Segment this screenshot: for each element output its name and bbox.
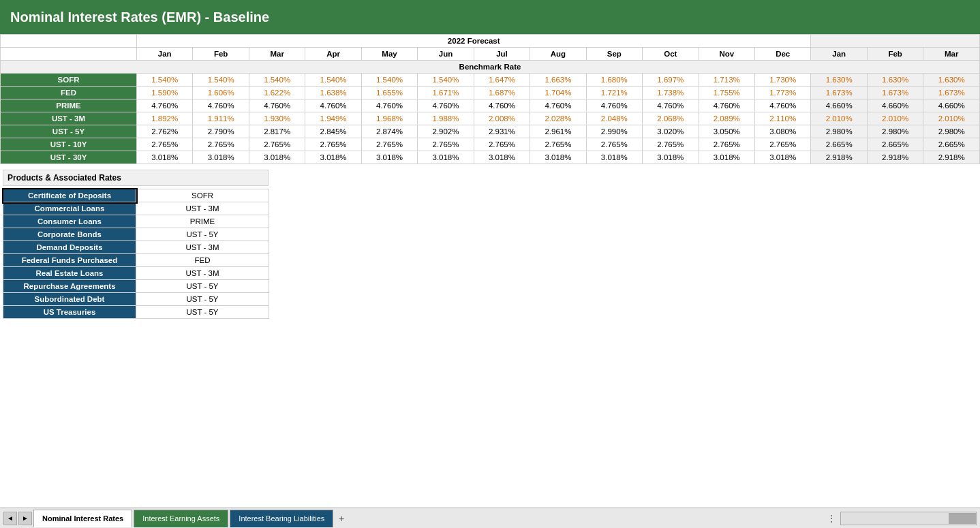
product-rate-2[interactable]: PRIME (136, 215, 269, 228)
rate-value-ust-30y-0[interactable]: 3.018% (137, 151, 193, 164)
rate-value-2023-fed-1[interactable]: 1.673% (867, 87, 923, 99)
rate-value-ust-10y-5[interactable]: 2.765% (418, 138, 474, 151)
rate-value-prime-7[interactable]: 4.760% (530, 99, 586, 112)
rate-value-ust-10y-1[interactable]: 2.765% (193, 138, 249, 151)
rate-value-sofr-4[interactable]: 1.540% (361, 74, 417, 87)
tab-add[interactable]: + (335, 512, 348, 525)
rate-value-fed-1[interactable]: 1.606% (193, 87, 249, 99)
rate-value-ust-30y-7[interactable]: 3.018% (530, 151, 586, 164)
product-rate-6[interactable]: UST - 3M (136, 267, 269, 280)
rate-value-2023-ust-5y-2[interactable]: 2.980% (923, 125, 980, 138)
product-rate-0[interactable]: SOFR (136, 189, 269, 202)
rate-value-fed-4[interactable]: 1.655% (361, 87, 417, 99)
rate-value-ust-10y-8[interactable]: 2.765% (586, 138, 642, 151)
tab-interest-bearing-liabilities[interactable]: Interest Bearing Liabilities (230, 510, 333, 527)
rate-value-ust-3m-9[interactable]: 2.068% (643, 112, 699, 125)
rate-value-prime-6[interactable]: 4.760% (474, 99, 530, 112)
rate-value-sofr-7[interactable]: 1.663% (530, 74, 586, 87)
rate-value-prime-11[interactable]: 4.760% (754, 99, 810, 112)
rate-value-2023-ust-3m-0[interactable]: 2.010% (811, 112, 867, 125)
rate-value-ust-30y-6[interactable]: 3.018% (474, 151, 530, 164)
rate-value-2023-ust-30y-1[interactable]: 2.918% (867, 151, 923, 164)
rate-value-ust-3m-11[interactable]: 2.110% (754, 112, 810, 125)
rate-value-ust-3m-10[interactable]: 2.089% (699, 112, 754, 125)
rate-value-ust-3m-7[interactable]: 2.028% (530, 112, 586, 125)
rate-value-fed-9[interactable]: 1.738% (643, 87, 699, 99)
rate-value-sofr-0[interactable]: 1.540% (137, 74, 193, 87)
product-label-6[interactable]: Real Estate Loans (3, 267, 136, 280)
rate-value-ust-30y-9[interactable]: 3.018% (643, 151, 699, 164)
rate-value-fed-6[interactable]: 1.687% (474, 87, 530, 99)
rate-value-fed-10[interactable]: 1.755% (699, 87, 754, 99)
rate-value-ust-10y-7[interactable]: 2.765% (530, 138, 586, 151)
rate-value-2023-ust-30y-0[interactable]: 2.918% (811, 151, 867, 164)
product-label-2[interactable]: Consumer Loans (3, 215, 136, 228)
rate-value-ust-10y-2[interactable]: 2.765% (249, 138, 305, 151)
rate-value-2023-fed-2[interactable]: 1.673% (923, 87, 980, 99)
rate-value-ust-5y-5[interactable]: 2.902% (418, 125, 474, 138)
product-label-1[interactable]: Commercial Loans (3, 202, 136, 215)
rate-value-ust-3m-0[interactable]: 1.892% (137, 112, 193, 125)
rate-value-ust-3m-4[interactable]: 1.968% (361, 112, 417, 125)
rate-value-ust-5y-4[interactable]: 2.874% (361, 125, 417, 138)
product-label-7[interactable]: Repurchase Agreements (3, 280, 136, 293)
rate-value-ust-30y-8[interactable]: 3.018% (586, 151, 642, 164)
rate-value-ust-30y-4[interactable]: 3.018% (361, 151, 417, 164)
rate-value-ust-5y-7[interactable]: 2.961% (530, 125, 586, 138)
rate-value-fed-5[interactable]: 1.671% (418, 87, 474, 99)
rate-value-ust-3m-5[interactable]: 1.988% (418, 112, 474, 125)
rate-value-sofr-6[interactable]: 1.647% (474, 74, 530, 87)
rate-value-ust-30y-10[interactable]: 3.018% (699, 151, 754, 164)
rate-value-2023-ust-10y-1[interactable]: 2.665% (867, 138, 923, 151)
rate-value-ust-5y-3[interactable]: 2.845% (305, 125, 361, 138)
rate-value-2023-ust-3m-1[interactable]: 2.010% (867, 112, 923, 125)
rate-value-2023-prime-1[interactable]: 4.660% (867, 99, 923, 112)
rate-value-ust-10y-3[interactable]: 2.765% (305, 138, 361, 151)
product-label-9[interactable]: US Treasuries (3, 306, 136, 319)
rate-value-prime-3[interactable]: 4.760% (305, 99, 361, 112)
rate-value-sofr-9[interactable]: 1.697% (643, 74, 699, 87)
rate-value-ust-30y-2[interactable]: 3.018% (249, 151, 305, 164)
tab-nav-next[interactable]: ► (18, 512, 32, 525)
rate-value-fed-11[interactable]: 1.773% (754, 87, 810, 99)
rate-value-fed-0[interactable]: 1.590% (137, 87, 193, 99)
rate-value-ust-3m-2[interactable]: 1.930% (249, 112, 305, 125)
rate-value-ust-3m-3[interactable]: 1.949% (305, 112, 361, 125)
rate-value-prime-9[interactable]: 4.760% (643, 99, 699, 112)
rate-value-prime-4[interactable]: 4.760% (361, 99, 417, 112)
three-dots-menu[interactable]: ⋮ (827, 513, 836, 524)
rate-value-ust-10y-11[interactable]: 2.765% (754, 138, 810, 151)
rate-value-ust-30y-3[interactable]: 3.018% (305, 151, 361, 164)
rate-value-sofr-10[interactable]: 1.713% (699, 74, 754, 87)
rate-value-ust-10y-0[interactable]: 2.765% (137, 138, 193, 151)
rate-value-2023-ust-3m-2[interactable]: 2.010% (923, 112, 980, 125)
rate-value-ust-30y-11[interactable]: 3.018% (754, 151, 810, 164)
scrollbar-area[interactable] (840, 512, 977, 525)
rate-value-2023-prime-2[interactable]: 4.660% (923, 99, 980, 112)
rate-value-prime-0[interactable]: 4.760% (137, 99, 193, 112)
rate-value-sofr-8[interactable]: 1.680% (586, 74, 642, 87)
rate-value-fed-8[interactable]: 1.721% (586, 87, 642, 99)
rate-value-fed-3[interactable]: 1.638% (305, 87, 361, 99)
rate-value-2023-sofr-0[interactable]: 1.630% (811, 74, 867, 87)
rate-value-prime-8[interactable]: 4.760% (586, 99, 642, 112)
rate-value-prime-10[interactable]: 4.760% (699, 99, 754, 112)
product-label-8[interactable]: Subordinated Debt (3, 293, 136, 306)
rate-value-sofr-1[interactable]: 1.540% (193, 74, 249, 87)
rate-value-ust-3m-8[interactable]: 2.048% (586, 112, 642, 125)
rate-value-sofr-11[interactable]: 1.730% (754, 74, 810, 87)
rate-value-fed-7[interactable]: 1.704% (530, 87, 586, 99)
rate-value-ust-5y-8[interactable]: 2.990% (586, 125, 642, 138)
rate-value-ust-10y-9[interactable]: 2.765% (643, 138, 699, 151)
rate-value-ust-3m-1[interactable]: 1.911% (193, 112, 249, 125)
tab-nav-prev[interactable]: ◄ (3, 512, 17, 525)
rate-value-ust-30y-1[interactable]: 3.018% (193, 151, 249, 164)
product-rate-5[interactable]: FED (136, 254, 269, 267)
rate-value-sofr-5[interactable]: 1.540% (418, 74, 474, 87)
rate-value-2023-sofr-1[interactable]: 1.630% (867, 74, 923, 87)
rate-value-ust-5y-9[interactable]: 3.020% (643, 125, 699, 138)
rate-value-2023-ust-30y-2[interactable]: 2.918% (923, 151, 980, 164)
product-rate-3[interactable]: UST - 5Y (136, 228, 269, 241)
rate-value-2023-ust-5y-0[interactable]: 2.980% (811, 125, 867, 138)
product-rate-8[interactable]: UST - 5Y (136, 293, 269, 306)
